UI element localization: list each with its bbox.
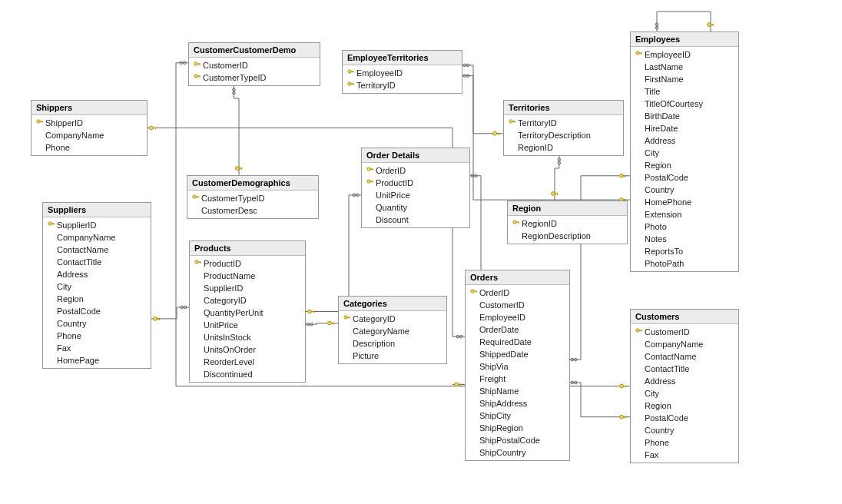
column-ProductID[interactable]: ProductID [362,177,469,189]
column-UnitPrice[interactable]: UnitPrice [190,319,305,331]
column-ContactTitle[interactable]: ContactTitle [43,256,151,268]
column-OrderDate[interactable]: OrderDate [466,323,569,336]
table-title[interactable]: CustomerCustomerDemo [189,43,320,58]
column-ContactName[interactable]: ContactName [631,350,738,363]
column-Description[interactable]: Description [339,337,446,350]
column-UnitsInStock[interactable]: UnitsInStock [190,331,305,343]
table-title[interactable]: Region [508,201,627,216]
column-Country[interactable]: Country [631,184,738,196]
column-ContactName[interactable]: ContactName [43,244,151,256]
column-RegionDescription[interactable]: RegionDescription [508,230,627,242]
column-Photo[interactable]: Photo [631,220,738,233]
table-orders[interactable]: OrdersOrderIDCustomerIDEmployeeIDOrderDa… [465,270,570,461]
table-orderDetails[interactable]: Order DetailsOrderIDProductIDUnitPriceQu… [361,148,470,228]
column-PostalCode[interactable]: PostalCode [631,171,738,184]
column-ShipPostalCode[interactable]: ShipPostalCode [466,434,569,446]
column-FirstName[interactable]: FirstName [631,73,738,85]
table-products[interactable]: ProductsProductIDProductNameSupplierIDCa… [189,240,306,383]
column-RegionID[interactable]: RegionID [508,217,627,230]
column-CustomerTypeID[interactable]: CustomerTypeID [189,71,320,84]
column-UnitsOnOrder[interactable]: UnitsOnOrder [190,343,305,356]
column-RegionID[interactable]: RegionID [504,141,623,154]
table-title[interactable]: Orders [466,270,569,285]
column-PhotoPath[interactable]: PhotoPath [631,257,738,270]
column-TerritoryID[interactable]: TerritoryID [504,117,623,129]
column-BirthDate[interactable]: BirthDate [631,110,738,122]
table-title[interactable]: Shippers [31,101,147,115]
table-title[interactable]: Products [190,241,305,256]
column-ShipperID[interactable]: ShipperID [31,117,147,129]
column-Address[interactable]: Address [631,134,738,147]
table-title[interactable]: Categories [339,297,446,311]
column-City[interactable]: City [43,280,151,293]
column-CustomerTypeID[interactable]: CustomerTypeID [187,192,318,204]
column-LastName[interactable]: LastName [631,61,738,73]
column-ShipVia[interactable]: ShipVia [466,360,569,373]
column-Extension[interactable]: Extension [631,208,738,220]
column-City[interactable]: City [631,387,738,400]
column-PostalCode[interactable]: PostalCode [631,412,738,424]
column-Freight[interactable]: Freight [466,373,569,385]
column-ProductName[interactable]: ProductName [190,270,305,282]
column-Discount[interactable]: Discount [362,214,469,226]
table-title[interactable]: Customers [631,310,738,324]
column-ShippedDate[interactable]: ShippedDate [466,348,569,360]
column-CustomerID[interactable]: CustomerID [631,326,738,338]
table-title[interactable]: Employees [631,32,738,47]
column-RequiredDate[interactable]: RequiredDate [466,336,569,348]
table-customerDemographics[interactable]: CustomerDemographicsCustomerTypeIDCustom… [187,175,319,219]
column-CustomerID[interactable]: CustomerID [189,59,320,71]
column-ReportsTo[interactable]: ReportsTo [631,245,738,257]
column-Discontinued[interactable]: Discontinued [190,368,305,380]
column-Address[interactable]: Address [43,268,151,280]
column-Region[interactable]: Region [631,400,738,412]
column-CategoryName[interactable]: CategoryName [339,325,446,337]
column-Country[interactable]: Country [43,317,151,330]
column-TerritoryDescription[interactable]: TerritoryDescription [504,129,623,141]
column-Notes[interactable]: Notes [631,233,738,245]
table-employees[interactable]: EmployeesEmployeeIDLastNameFirstNameTitl… [630,32,739,272]
table-customers[interactable]: CustomersCustomerIDCompanyNameContactNam… [630,309,739,463]
column-TitleOfCourtesy[interactable]: TitleOfCourtesy [631,98,738,110]
column-PostalCode[interactable]: PostalCode [43,305,151,317]
relationship-customerCustomerDemo-customerDemographics[interactable] [234,86,240,175]
column-Country[interactable]: Country [631,424,738,436]
column-Title[interactable]: Title [631,85,738,98]
column-ContactTitle[interactable]: ContactTitle [631,363,738,375]
column-Fax[interactable]: Fax [43,342,151,354]
column-ShipAddress[interactable]: ShipAddress [466,397,569,410]
column-Picture[interactable]: Picture [339,350,446,362]
relationship-employeeTerritories-territories[interactable] [461,76,503,134]
column-QuantityPerUnit[interactable]: QuantityPerUnit [190,307,305,319]
column-Address[interactable]: Address [631,375,738,387]
table-customerCustomerDemo[interactable]: CustomerCustomerDemoCustomerIDCustomerTy… [188,42,320,86]
column-OrderID[interactable]: OrderID [466,287,569,299]
table-territories[interactable]: TerritoriesTerritoryIDTerritoryDescripti… [503,100,624,156]
table-region[interactable]: RegionRegionIDRegionDescription [507,201,628,244]
column-Phone[interactable]: Phone [631,436,738,449]
column-TerritoryID[interactable]: TerritoryID [343,79,462,91]
column-UnitPrice[interactable]: UnitPrice [362,189,469,201]
column-ShipCity[interactable]: ShipCity [466,410,569,422]
column-HireDate[interactable]: HireDate [631,122,738,134]
table-suppliers[interactable]: SuppliersSupplierIDCompanyNameContactNam… [42,202,151,369]
column-ShipRegion[interactable]: ShipRegion [466,422,569,434]
column-Quantity[interactable]: Quantity [362,201,469,214]
table-title[interactable]: CustomerDemographics [187,176,318,191]
column-CustomerDesc[interactable]: CustomerDesc [187,204,318,217]
column-OrderID[interactable]: OrderID [362,164,469,177]
table-title[interactable]: EmployeeTerritories [343,51,462,65]
column-ProductID[interactable]: ProductID [190,257,305,270]
column-EmployeeID[interactable]: EmployeeID [466,311,569,323]
column-City[interactable]: City [631,147,738,159]
column-ShipCountry[interactable]: ShipCountry [466,446,569,459]
column-SupplierID[interactable]: SupplierID [43,219,151,231]
table-title[interactable]: Order Details [362,148,469,163]
column-CategoryID[interactable]: CategoryID [190,294,305,307]
table-shippers[interactable]: ShippersShipperIDCompanyNamePhone [31,100,148,156]
column-Fax[interactable]: Fax [631,449,738,461]
column-CompanyName[interactable]: CompanyName [43,231,151,244]
column-Phone[interactable]: Phone [43,330,151,342]
table-title[interactable]: Territories [504,101,623,115]
table-employeeTerritories[interactable]: EmployeeTerritoriesEmployeeIDTerritoryID [342,50,462,94]
